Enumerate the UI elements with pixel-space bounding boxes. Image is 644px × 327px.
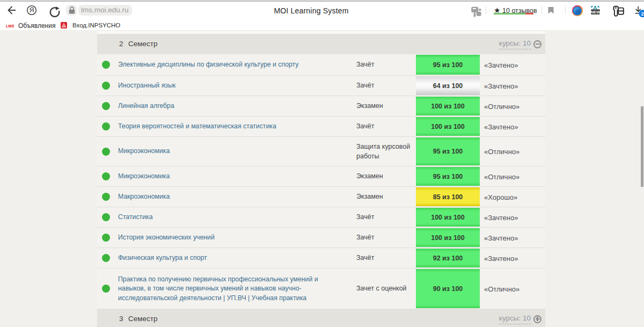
svg-text:NEW: NEW [590,10,601,14]
svg-text:2: 2 [641,11,644,17]
svg-text:Я: Я [30,6,34,14]
svg-text:LMS: LMS [6,24,14,28]
